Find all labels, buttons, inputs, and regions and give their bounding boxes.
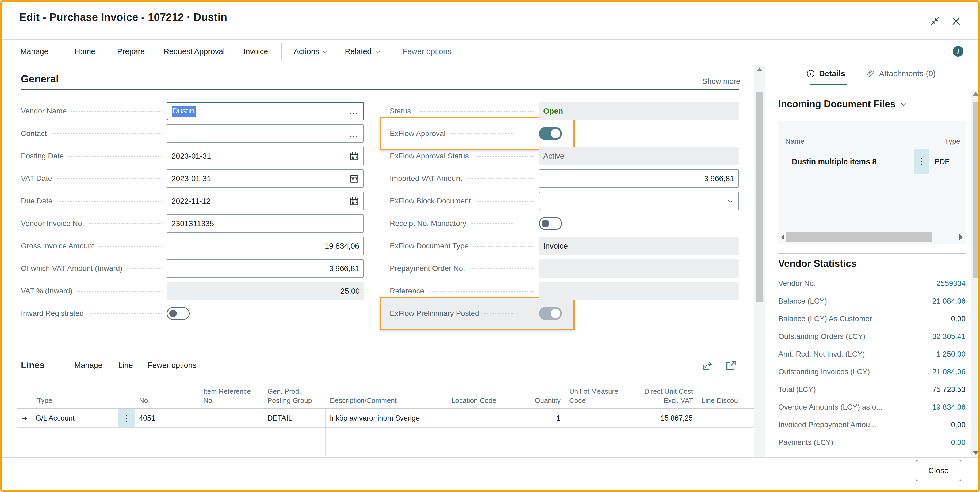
cell-location[interactable] [447,409,510,428]
paperclip-icon [867,69,875,78]
vat-amount-inward-input[interactable]: 3 966,81 [167,259,364,278]
cell-type[interactable]: G/L Account [31,409,118,428]
stat-link[interactable]: 21 084,06 [932,367,966,376]
scroll-down-arrow-icon[interactable] [973,451,978,455]
stat-link[interactable]: 0,00 [951,438,966,447]
dotted-leader [416,111,534,112]
scroll-up-arrow-icon[interactable] [973,92,978,96]
close-button[interactable]: Close [916,460,961,481]
vat-pct-inward-field: 25,00 [167,281,364,300]
cell-item-reference[interactable] [199,409,263,428]
tab-details[interactable]: Details [806,69,845,78]
scroll-left-arrow-icon[interactable] [781,234,784,240]
field-label-vat-pct-inward: VAT % (Inward) [21,287,73,295]
table-row-empty[interactable] [18,428,754,447]
scrollbar-thumb[interactable] [972,102,979,278]
stat-link[interactable]: 21 084,06 [932,297,966,305]
share-icon[interactable] [702,359,714,372]
vendor-invoice-no-input[interactable]: 2301311335 [167,214,364,233]
cell-unit-cost[interactable]: 15 867,25 [635,409,697,428]
info-icon[interactable]: i [953,46,963,57]
exflow-block-document-select[interactable] [539,192,739,211]
stat-link[interactable]: 2559334 [936,279,966,288]
incoming-document-files-heading[interactable]: Incoming Document Files [778,99,908,110]
more-options-icon[interactable] [118,409,135,428]
col-item-reference-no[interactable]: Item Reference No. [199,387,263,405]
cell-gen-prod[interactable]: DETAIL [263,409,326,428]
lines-menu-manage[interactable]: Manage [74,361,102,370]
menu-invoice[interactable]: Invoice [243,47,268,56]
menu-manage[interactable]: Manage [20,47,48,56]
scroll-right-arrow-icon[interactable] [959,234,963,240]
cell-description[interactable]: Inköp av varor inom Sverige [326,409,447,428]
calendar-icon[interactable] [349,151,359,161]
files-name-header[interactable]: Name [785,137,805,145]
posting-date-input[interactable]: 2023-01-31 [167,147,364,165]
col-gen-prod-posting-group[interactable]: Gen. Prod. Posting Group [263,387,326,405]
show-more-link[interactable]: Show more [702,77,740,86]
file-row[interactable]: Dustin multiple items 8 PDF [778,149,966,174]
exflow-preliminary-posted-toggle[interactable] [539,307,562,320]
receipt-no-mandatory-toggle[interactable] [539,217,562,230]
col-location-code[interactable]: Location Code [447,396,510,405]
vendor-name-input[interactable]: Dustin… [167,102,364,120]
panel-scrollbar[interactable] [971,90,980,457]
open-in-window-icon[interactable] [725,359,737,372]
lines-section-heading: Lines [21,360,45,370]
calendar-icon[interactable] [349,196,359,206]
menu-related[interactable]: Related [345,47,381,56]
close-icon[interactable] [950,15,963,27]
col-unit-of-measure[interactable]: Unit of Measure Code [565,387,635,405]
menu-prepare[interactable]: Prepare [117,47,145,56]
collapse-window-icon[interactable] [929,15,941,27]
inward-registrated-toggle[interactable] [167,307,189,320]
menu-fewer-options[interactable]: Fewer options [402,47,451,56]
dotted-leader [68,156,162,157]
gross-invoice-amount-input[interactable]: 19 834,06 [167,236,364,256]
status-badge: Open [543,107,563,116]
stat-value: 0,00 [951,315,966,323]
col-description[interactable]: Description/Comment [326,396,447,405]
calendar-icon[interactable] [349,174,359,184]
menu-home[interactable]: Home [75,47,95,56]
field-label-exflow-approval-status: ExFlow Approval Status [390,152,469,160]
file-name-link[interactable]: Dustin multiple items 8 [792,157,877,166]
divider [2,62,978,63]
menu-request-approval[interactable]: Request Approval [164,47,225,56]
more-options-icon[interactable] [914,149,929,174]
files-horizontal-scrollbar[interactable] [780,232,964,243]
scrollbar-thumb[interactable] [786,232,932,242]
due-date-input[interactable]: 2022-11-12 [167,192,364,211]
exflow-approval-toggle[interactable] [539,127,562,140]
cell-line-discount[interactable] [697,409,754,428]
menu-actions[interactable]: Actions [294,47,329,56]
table-row[interactable]: G/L Account 4051 DETAIL Inköp av varor i… [18,409,754,428]
chevron-down-icon[interactable] [726,197,734,205]
col-line-discount[interactable]: Line Discou [697,396,754,405]
scrollbar-thumb[interactable] [756,91,764,302]
lookup-ellipsis-icon[interactable]: … [349,131,359,136]
col-type[interactable]: Type [31,396,135,405]
col-direct-unit-cost[interactable]: Direct Unit Cost Excl. VAT [635,387,697,405]
field-label-imported-vat-amount: Imported VAT Amount [390,174,462,183]
lookup-ellipsis-icon[interactable]: … [348,109,359,114]
tab-attachments[interactable]: Attachments (0) [867,69,935,78]
main-scrollbar[interactable] [754,65,765,457]
cell-no[interactable]: 4051 [135,409,199,428]
cell-uom[interactable] [565,409,635,428]
contact-input[interactable]: … [167,124,364,143]
col-no[interactable]: No. [135,396,199,405]
stat-link[interactable]: 1 250,00 [936,350,966,358]
lines-menu-fewer-options[interactable]: Fewer options [148,361,196,370]
cell-quantity[interactable]: 1 [510,409,565,428]
col-quantity[interactable]: Quantity [510,396,565,405]
vat-date-input[interactable]: 2023-01-31 [167,169,364,188]
files-type-header[interactable]: Type [944,137,960,145]
scroll-up-arrow-icon[interactable] [757,67,762,71]
stat-link[interactable]: 19 834,06 [932,403,966,411]
stat-link[interactable]: 32 305,41 [932,332,966,341]
imported-vat-amount-input[interactable]: 3 966,81 [539,169,739,188]
table-row-empty[interactable] [18,447,754,457]
stat-row: Outstanding Invoices (LCY)21 084,06 [778,366,966,377]
lines-menu-line[interactable]: Line [118,361,133,370]
